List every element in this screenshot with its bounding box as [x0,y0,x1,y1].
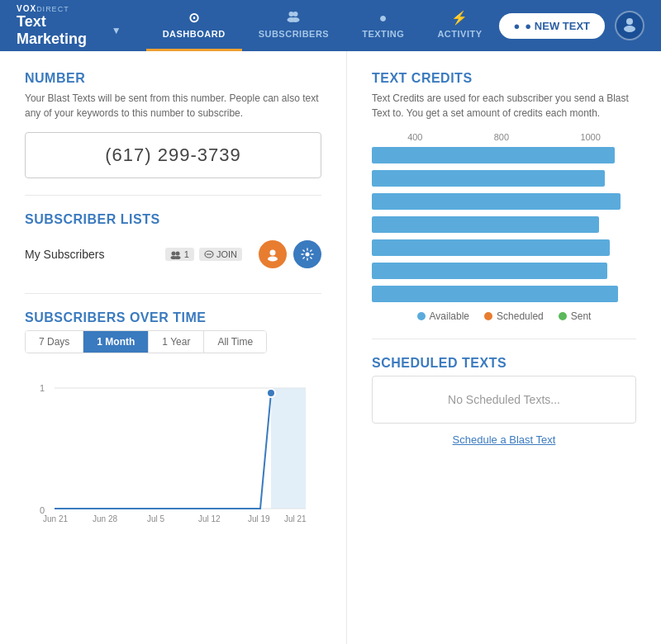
number-desc: Your Blast Texts will be sent from this … [25,91,321,121]
user-avatar[interactable] [615,11,644,40]
no-scheduled-label: No Scheduled Texts... [448,393,560,406]
bar-fill-2 [372,170,605,187]
scale-400: 400 [407,132,422,142]
number-title: NUMBER [25,71,321,86]
brand-title[interactable]: Text Marketing ▼ [17,13,121,48]
svg-point-3 [292,17,300,22]
svg-point-12 [270,250,276,256]
subscribers-over-time-section: SUBSCRIBERS OVER TIME 7 Days 1 Month 1 Y… [25,310,321,515]
bar-row-2 [372,170,636,187]
subscriber-lists-title: SUBSCRIBER LISTS [25,212,321,227]
svg-point-7 [175,251,179,255]
filter-1month[interactable]: 1 Month [83,331,149,353]
legend-dot-available [417,312,426,320]
user-icon [621,16,638,36]
legend-sent: Sent [559,310,592,322]
filter-alltime[interactable]: All Time [204,331,266,353]
subscriber-list-row: My Subscribers 1 JOIN [25,232,321,277]
svg-point-5 [624,26,635,32]
subscriber-settings-btn[interactable] [293,240,321,268]
svg-text:Jul 21: Jul 21 [284,514,307,523]
schedule-blast-text-link[interactable]: Schedule a Blast Text [372,433,636,446]
subscriber-join-badge: JOIN [199,248,242,261]
legend-scheduled: Scheduled [484,310,544,322]
filter-7days[interactable]: 7 Days [26,331,83,353]
left-panel: NUMBER Your Blast Texts will be sent fro… [0,51,347,644]
legend-sent-label: Sent [571,310,592,322]
bar-row-3 [372,193,636,210]
scale-800: 800 [494,132,509,142]
brand-dropdown-arrow: ▼ [112,25,121,36]
bar-fill-6 [372,263,607,279]
subscriber-list-name: My Subscribers [25,248,165,261]
legend-dot-sent [559,312,567,320]
svg-text:1: 1 [40,383,45,393]
legend-dot-scheduled [484,312,492,320]
scheduled-texts-title: SCHEDULED TEXTS [372,356,636,371]
dashboard-icon: ⊙ [188,10,200,26]
subscribers-icon [287,11,300,26]
svg-text:Jun 21: Jun 21 [43,514,68,523]
tab-subscribers[interactable]: SUBSCRIBERS [242,0,346,51]
subscriber-lists-section: SUBSCRIBER LISTS My Subscribers 1 JOIN [25,212,321,277]
bar-row-7 [372,286,636,302]
text-credits-section: TEXT CREDITS Text Credits are used for e… [372,71,636,322]
tab-texting[interactable]: ● TEXTING [345,0,421,51]
tab-dashboard[interactable]: ⊙ DASHBOARD [146,0,242,51]
scheduled-texts-section: SCHEDULED TEXTS No Scheduled Texts... Sc… [372,356,636,446]
tab-activity[interactable]: ⚡ ACTIVITY [421,0,498,51]
svg-text:Jul 19: Jul 19 [248,514,270,523]
text-credits-title: TEXT CREDITS [372,71,636,86]
svg-point-1 [293,12,298,17]
svg-point-13 [268,257,278,262]
bar-row-6 [372,263,636,279]
divider-3 [372,339,636,339]
main-nav: ⊙ DASHBOARD SUBSCRIBERS ● TEXTING ⚡ ACTI… [146,0,499,51]
legend-available: Available [417,310,469,322]
divider-1 [25,195,321,196]
subscriber-action-btn[interactable] [259,240,287,268]
brand: VOXDIRECT Text Marketing ▼ [17,4,121,48]
svg-point-20 [267,389,275,397]
new-text-button[interactable]: ● ● NEW TEXT [499,13,606,39]
bar-fill-1 [372,147,615,163]
svg-text:Jun 28: Jun 28 [93,514,117,523]
texting-icon: ● [379,11,388,26]
svg-point-4 [626,18,633,25]
bar-fill-3 [372,193,621,210]
bar-fill-5 [372,239,610,256]
right-panel: TEXT CREDITS Text Credits are used for e… [347,51,661,644]
activity-icon: ⚡ [451,10,468,26]
svg-text:Jul 5: Jul 5 [147,514,165,523]
legend-scheduled-label: Scheduled [497,310,544,322]
bar-row-4 [372,216,636,233]
header-actions: ● ● NEW TEXT [499,11,645,40]
svg-point-9 [174,256,180,259]
svg-point-14 [306,253,310,257]
subscriber-count-badge: 1 [165,248,194,261]
no-scheduled-box: No Scheduled Texts... [372,376,636,424]
svg-rect-19 [271,388,306,509]
bar-fill-4 [372,216,599,233]
svg-text:Jul 12: Jul 12 [198,514,221,523]
credits-legend: Available Scheduled Sent [372,310,636,322]
credits-chart: 400 800 1000 [372,132,636,322]
filter-1year[interactable]: 1 Year [149,331,204,353]
number-section: NUMBER Your Blast Texts will be sent fro… [25,71,321,178]
bar-row-1 [372,147,636,163]
time-filter-tabs: 7 Days 1 Month 1 Year All Time [25,330,267,353]
header: VOXDIRECT Text Marketing ▼ ⊙ DASHBOARD S… [0,0,661,51]
main-content: NUMBER Your Blast Texts will be sent fro… [0,51,661,644]
bar-fill-7 [372,286,618,302]
bar-row-5 [372,239,636,256]
subscribers-chart: 1 0 Jun 21 Jun 28 Jul 5 [25,367,321,515]
text-credits-desc: Text Credits are used for each subscribe… [372,91,636,121]
brand-vox: VOXDIRECT [17,4,121,13]
svg-point-6 [171,251,175,255]
new-text-dot: ● [514,20,521,32]
legend-available-label: Available [430,310,469,322]
scale-1000: 1000 [580,132,600,142]
phone-number: (617) 299-3739 [25,132,321,178]
subscribers-over-time-title: SUBSCRIBERS OVER TIME [25,310,321,325]
divider-2 [25,293,321,294]
